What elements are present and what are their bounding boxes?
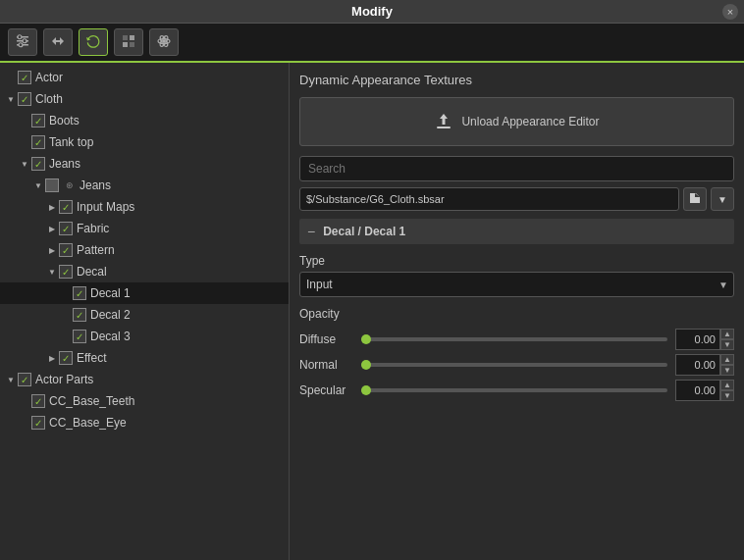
path-input[interactable] [299, 187, 679, 211]
tree-item-jeans2[interactable]: ⊛ Jeans [0, 175, 289, 196]
refresh-icon [85, 33, 101, 52]
tree-label-ccbaseeye: CC_Base_Eye [49, 416, 127, 430]
diffuse-down-button[interactable]: ▼ [720, 339, 734, 350]
opacity-section: Opacity Diffuse ▲ ▼ Normal [299, 307, 734, 401]
path-export-button[interactable] [683, 187, 707, 211]
search-input[interactable] [299, 156, 734, 181]
svg-point-3 [18, 34, 22, 38]
section-title: Dynamic Appearance Textures [299, 73, 734, 87]
normal-thumb [361, 360, 371, 370]
tree-item-decal2[interactable]: Decal 2 [0, 304, 289, 326]
checkbox-effect[interactable] [59, 351, 73, 365]
specular-thumb [361, 385, 371, 395]
tree-label-decal: Decal [77, 265, 107, 279]
normal-spinners: ▲ ▼ [720, 354, 734, 376]
specular-slider[interactable] [361, 388, 667, 392]
checkbox-decal1[interactable] [73, 286, 86, 300]
tree-item-jeans[interactable]: Jeans [0, 153, 289, 175]
tree-item-decal3[interactable]: Decal 3 [0, 326, 289, 347]
jeans-icon: ⊛ [63, 178, 77, 192]
tree-arrow-decal[interactable] [45, 265, 59, 279]
tree-label-pattern: Pattern [77, 243, 115, 257]
tree-item-pattern[interactable]: Pattern [0, 239, 289, 261]
decal-section-header: − Decal / Decal 1 [299, 219, 734, 244]
specular-up-button[interactable]: ▲ [720, 380, 734, 390]
checkbox-tanktop[interactable] [31, 135, 45, 149]
checkbox-pattern[interactable] [59, 243, 73, 257]
normal-up-button[interactable]: ▲ [720, 354, 734, 365]
specular-value-input[interactable] [675, 380, 720, 401]
checkbox-ccbaseteeth[interactable] [31, 394, 45, 408]
checkbox-decal[interactable] [59, 265, 73, 279]
tree-item-ccbaseeye[interactable]: CC_Base_Eye [0, 412, 289, 433]
tree-item-decal1[interactable]: Decal 1 [0, 282, 289, 304]
tree-label-ccbaseteeth: CC_Base_Teeth [49, 394, 134, 408]
tree-item-cloth[interactable]: Cloth [0, 88, 289, 110]
svg-rect-8 [123, 42, 128, 47]
tree-arrow-inputmaps[interactable] [45, 200, 59, 214]
checkbox-jeans[interactable] [31, 157, 45, 171]
checker-button[interactable] [114, 28, 143, 56]
tree-label-decal3: Decal 3 [90, 330, 131, 343]
tree-item-ccbaseteeth[interactable]: CC_Base_Teeth [0, 390, 289, 412]
path-row: ▼ [299, 187, 734, 211]
tree-item-actor[interactable]: Actor [0, 67, 289, 88]
tree-item-tanktop[interactable]: Tank top [0, 131, 289, 153]
sliders-button[interactable] [8, 28, 37, 56]
specular-value-group: ▲ ▼ [675, 380, 734, 401]
checkbox-actorparts[interactable] [18, 373, 31, 386]
specular-row: Specular ▲ ▼ [299, 380, 734, 401]
tree-label-cloth: Cloth [35, 92, 63, 106]
diffuse-up-button[interactable]: ▲ [720, 329, 734, 339]
checker-icon [121, 33, 136, 52]
tree-label-inputmaps: Input Maps [77, 200, 134, 214]
tree-item-fabric[interactable]: Fabric [0, 218, 289, 239]
tree-arrow-jeans[interactable] [18, 157, 31, 171]
checkbox-jeans2[interactable] [45, 178, 59, 192]
checkbox-ccbaseeye[interactable] [31, 416, 45, 430]
diffuse-thumb [361, 334, 371, 344]
specular-down-button[interactable]: ▼ [720, 390, 734, 401]
opacity-label: Opacity [299, 307, 734, 321]
tree-arrow-pattern[interactable] [45, 243, 59, 257]
specular-label: Specular [299, 383, 353, 397]
close-button[interactable]: × [722, 4, 738, 20]
tree-arrow-fabric[interactable] [45, 222, 59, 235]
tree-item-inputmaps[interactable]: Input Maps [0, 196, 289, 218]
tree-arrow-cloth[interactable] [4, 92, 18, 106]
diffuse-slider[interactable] [361, 337, 667, 341]
arrows-button[interactable] [43, 28, 73, 56]
diffuse-value-input[interactable] [675, 329, 720, 350]
tree-item-effect[interactable]: Effect [0, 347, 289, 369]
tree-label-actor: Actor [35, 71, 63, 84]
type-select[interactable]: Input [299, 272, 734, 297]
checkbox-decal3[interactable] [73, 330, 86, 343]
tree-item-boots[interactable]: Boots [0, 110, 289, 131]
tree-arrow-jeans2[interactable] [31, 178, 45, 192]
checkbox-decal2[interactable] [73, 308, 86, 322]
checkbox-inputmaps[interactable] [59, 200, 73, 214]
normal-value-input[interactable] [675, 354, 720, 376]
collapse-button[interactable]: − [307, 224, 315, 239]
left-panel: Actor Cloth Boots Tank top J [0, 63, 290, 560]
tree-item-decal[interactable]: Decal [0, 261, 289, 282]
unload-appearance-button[interactable]: Unload Appearance Editor [299, 97, 734, 146]
tree-item-actorparts[interactable]: Actor Parts [0, 369, 289, 390]
normal-slider[interactable] [361, 363, 667, 367]
normal-down-button[interactable]: ▼ [720, 365, 734, 376]
tree-label-tanktop: Tank top [49, 135, 93, 149]
refresh-button[interactable] [79, 28, 108, 56]
toolbar [0, 24, 744, 63]
checkbox-actor[interactable] [18, 71, 31, 84]
checkbox-cloth[interactable] [18, 92, 31, 106]
tree-arrow-effect[interactable] [45, 351, 59, 365]
svg-rect-6 [123, 35, 128, 40]
diffuse-value-group: ▲ ▼ [675, 329, 734, 350]
atom-button[interactable] [149, 28, 179, 56]
tree-arrow-actorparts[interactable] [4, 373, 18, 386]
path-dropdown-button[interactable]: ▼ [711, 187, 734, 211]
checkbox-fabric[interactable] [59, 222, 73, 235]
normal-value-group: ▲ ▼ [675, 354, 734, 376]
tree-label-boots: Boots [49, 114, 80, 127]
checkbox-boots[interactable] [31, 114, 45, 127]
